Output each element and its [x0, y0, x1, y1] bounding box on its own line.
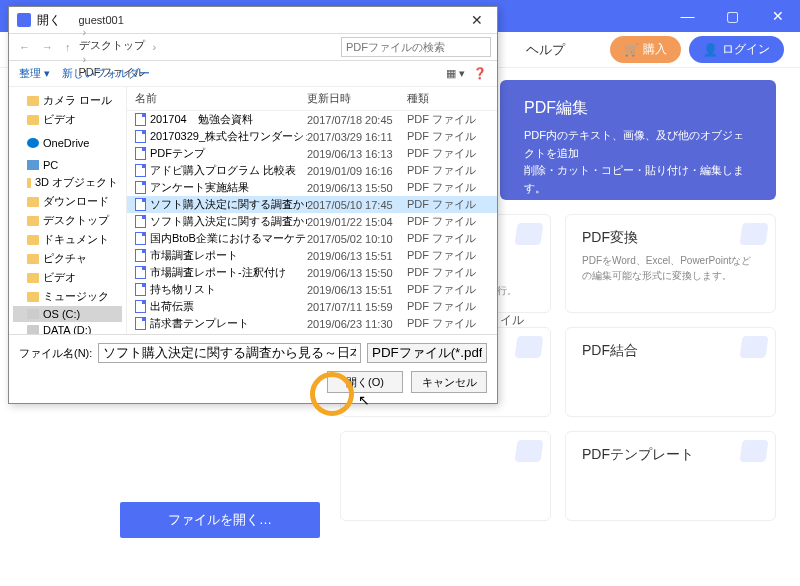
column-headers[interactable]: 名前 更新日時 種類 — [127, 87, 497, 111]
cart-icon: 🛒 — [624, 43, 639, 57]
filename-input[interactable] — [98, 343, 361, 363]
tree-label: デスクトップ — [43, 213, 109, 228]
file-name: 請求書テンプレート — [150, 316, 249, 331]
search-input[interactable] — [341, 37, 491, 57]
open-button[interactable]: 開く(O) — [327, 371, 403, 393]
col-type[interactable]: 種類 — [407, 91, 497, 106]
card-title: PDF結合 — [582, 342, 759, 360]
tree-label: ミュージック — [43, 289, 109, 304]
file-row[interactable]: 持ち物リスト 2019/06/13 15:51 PDF ファイル — [127, 281, 497, 298]
file-row[interactable]: ソフト購入決定に関する調査から見る～… 2017/05/10 17:45 PDF… — [127, 196, 497, 213]
tree-item[interactable]: 3D オブジェクト — [13, 173, 122, 192]
view-menu[interactable]: ▦ ▾ — [446, 67, 465, 80]
tree-item[interactable]: ドキュメント — [13, 230, 122, 249]
folder-icon — [27, 273, 39, 283]
tree-item[interactable]: ビデオ — [13, 110, 122, 129]
hero-panel: PDF編集 PDF内のテキスト、画像、及び他のオブジェクトを追加 削除・カット・… — [500, 80, 776, 200]
file-row[interactable]: 請求書テンプレート 2019/06/23 11:30 PDF ファイル — [127, 315, 497, 332]
feature-card[interactable] — [340, 431, 551, 521]
forward-icon[interactable]: → — [38, 41, 57, 53]
address-bar[interactable]: ← → ↑ guest001›デスクトップ›PDFファイル › — [9, 33, 497, 61]
filetype-select[interactable] — [367, 343, 487, 363]
login-button[interactable]: 👤ログイン — [689, 36, 784, 63]
file-row[interactable]: PDFテンプ 2019/06/13 16:13 PDF ファイル — [127, 145, 497, 162]
cancel-button[interactable]: キャンセル — [411, 371, 487, 393]
user-icon: 👤 — [703, 43, 718, 57]
tree-item[interactable]: カメラ ロール — [13, 91, 122, 110]
help-icon[interactable]: ❓ — [473, 67, 487, 80]
feature-card[interactable]: PDFテンプレート — [565, 431, 776, 521]
nav-tree[interactable]: カメラ ロール ビデオ OneDrive PC 3D オブジェクト ダウンロード… — [9, 87, 127, 334]
file-row[interactable]: ソフト購入決定に関する調査から見る～… 2019/01/22 15:04 PDF… — [127, 213, 497, 230]
file-row[interactable]: 201704 勉強会資料 2017/07/18 20:45 PDF ファイル — [127, 111, 497, 128]
file-row[interactable]: 20170329_株式会社ワンダーシェアーソ… 2017/03/29 16:11… — [127, 128, 497, 145]
tree-item[interactable]: ダウンロード — [13, 192, 122, 211]
file-date: 2017/03/29 16:11 — [307, 131, 407, 143]
breadcrumb[interactable]: デスクトップ — [79, 38, 145, 53]
tree-item[interactable]: OS (C:) — [13, 306, 122, 322]
col-date[interactable]: 更新日時 — [307, 91, 407, 106]
pdf-file-icon — [135, 164, 146, 177]
tree-item[interactable]: PC — [13, 157, 122, 173]
file-row[interactable]: アドビ購入プログラム 比較表 2019/01/09 16:16 PDF ファイル — [127, 162, 497, 179]
buy-button[interactable]: 🛒購入 — [610, 36, 681, 63]
close-button[interactable]: ✕ — [755, 0, 800, 32]
file-date: 2017/05/10 17:45 — [307, 199, 407, 211]
tree-item[interactable]: ミュージック — [13, 287, 122, 306]
tree-label: ダウンロード — [43, 194, 109, 209]
file-type: PDF ファイル — [407, 197, 497, 212]
cursor-icon: ↖ — [358, 392, 370, 408]
tree-item[interactable]: DATA (D:) — [13, 322, 122, 334]
folder-icon — [27, 292, 39, 302]
file-name: 国内BtoB企業におけるマーケティング活… — [150, 231, 307, 246]
breadcrumb[interactable]: guest001 — [79, 14, 145, 26]
new-folder-button[interactable]: 新しいフォルダー — [62, 66, 150, 81]
app-icon — [17, 13, 31, 27]
hero-desc2: 削除・カット・コピー・貼り付け・編集します。 — [524, 162, 752, 197]
file-date: 2019/06/13 16:13 — [307, 148, 407, 160]
open-file-button[interactable]: ファイルを開く… — [120, 502, 320, 538]
drive-icon — [27, 325, 39, 334]
file-name: 出荷伝票 — [150, 299, 194, 314]
col-name[interactable]: 名前 — [127, 91, 307, 106]
pdf-file-icon — [135, 300, 146, 313]
file-row[interactable]: 市場調査レポート 2019/06/13 15:51 PDF ファイル — [127, 247, 497, 264]
maximize-button[interactable]: ▢ — [710, 0, 755, 32]
file-type: PDF ファイル — [407, 265, 497, 280]
tree-item[interactable]: ピクチャ — [13, 249, 122, 268]
file-date: 2019/06/13 15:51 — [307, 284, 407, 296]
file-date: 2019/01/09 16:16 — [307, 165, 407, 177]
tree-label: ピクチャ — [43, 251, 87, 266]
card-desc: PDFをWord、Excel、PowerPointなどの編集可能な形式に変換しま… — [582, 253, 759, 283]
organize-menu[interactable]: 整理 ▾ — [19, 66, 50, 81]
feature-card[interactable]: PDF結合 — [565, 327, 776, 417]
pdf-file-icon — [135, 181, 146, 194]
file-row[interactable]: 国内BtoB企業におけるマーケティング活… 2017/05/02 10:10 P… — [127, 230, 497, 247]
minimize-button[interactable]: — — [665, 0, 710, 32]
file-row[interactable]: 市場調査レポート-注釈付け 2019/06/13 15:50 PDF ファイル — [127, 264, 497, 281]
pdf-file-icon — [135, 283, 146, 296]
file-type: PDF ファイル — [407, 248, 497, 263]
file-name: PDFテンプ — [150, 146, 205, 161]
feature-card[interactable]: PDF変換 PDFをWord、Excel、PowerPointなどの編集可能な形… — [565, 214, 776, 313]
tree-item[interactable]: ビデオ — [13, 268, 122, 287]
file-date: 2019/01/22 15:04 — [307, 216, 407, 228]
drive-icon — [27, 309, 39, 319]
dialog-close-button[interactable]: ✕ — [465, 12, 489, 28]
file-date: 2019/06/13 15:50 — [307, 182, 407, 194]
file-name: ソフト購入決定に関する調査から見る～… — [150, 214, 307, 229]
back-icon[interactable]: ← — [15, 41, 34, 53]
hero-desc1: PDF内のテキスト、画像、及び他のオブジェクトを追加 — [524, 127, 752, 162]
hero-title: PDF編集 — [524, 98, 752, 119]
file-date: 2019/06/13 15:51 — [307, 250, 407, 262]
file-list[interactable]: 名前 更新日時 種類 201704 勉強会資料 2017/07/18 20:45… — [127, 87, 497, 334]
tree-item[interactable]: デスクトップ — [13, 211, 122, 230]
file-row[interactable]: 出荷伝票 2017/07/11 15:59 PDF ファイル — [127, 298, 497, 315]
pdf-file-icon — [135, 266, 146, 279]
file-row[interactable]: アンケート実施結果 2019/06/13 15:50 PDF ファイル — [127, 179, 497, 196]
file-type: PDF ファイル — [407, 180, 497, 195]
tree-item[interactable]: OneDrive — [13, 135, 122, 151]
folder-icon — [27, 96, 39, 106]
up-icon[interactable]: ↑ — [61, 41, 75, 53]
help-menu[interactable]: ヘルプ — [526, 41, 565, 59]
